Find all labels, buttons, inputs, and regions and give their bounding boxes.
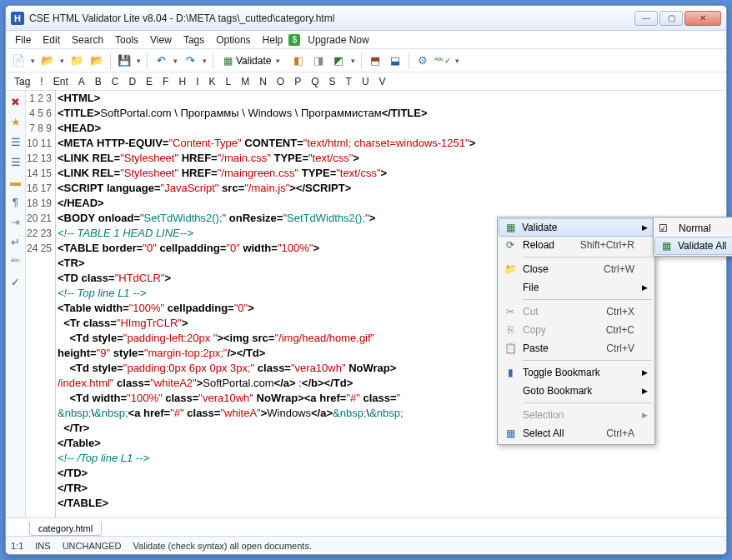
tagbar-item[interactable]: H <box>175 76 189 88</box>
tagbar-item[interactable]: P <box>291 76 304 88</box>
dropdown-icon[interactable]: ▾ <box>454 57 461 65</box>
dropdown-icon[interactable]: ▾ <box>201 57 208 65</box>
redo-icon[interactable]: ↷ <box>181 52 199 70</box>
indent-icon[interactable]: ⇥ <box>8 214 23 229</box>
tagbar-item[interactable]: E <box>143 76 156 88</box>
close-icon[interactable]: ✖ <box>8 94 23 109</box>
tagbar-item[interactable]: I <box>193 76 202 88</box>
check-icon[interactable]: ✓ <box>8 274 23 289</box>
submenu-arrow-icon: ▶ <box>642 283 648 292</box>
ctx-cut: ✂CutCtrl+X <box>499 302 653 321</box>
toolbar-main: 📄▾ 📂▾ 📁 📂 💾▾ ↶▾ ↷▾ ▦Validate▾ ◧ ◨ ◩▾ ⬒ ⬓… <box>6 49 726 72</box>
validate-button[interactable]: ▦Validate▾ <box>218 52 288 70</box>
open-file-icon[interactable]: 📂 <box>38 52 57 70</box>
bar-icon[interactable]: ▬ <box>8 174 23 189</box>
ctx-validate[interactable]: ▦ Validate▶ ☑Normal ▦Validate All <box>499 218 654 237</box>
tagbar-item[interactable]: S <box>326 76 339 88</box>
dropdown-icon[interactable]: ▾ <box>58 57 66 65</box>
star-icon[interactable]: ★ <box>8 114 23 129</box>
folder-icon[interactable]: 📁 <box>68 52 86 70</box>
menu-view[interactable]: View <box>144 32 178 48</box>
validate-all-icon: ▦ <box>659 240 674 252</box>
maximize-button[interactable]: ▢ <box>659 11 683 26</box>
ctx-copy: ⎘CopyCtrl+C <box>499 321 653 339</box>
menu-tools[interactable]: Tools <box>109 32 144 48</box>
list-icon[interactable]: ☰ <box>8 134 23 149</box>
tagbar-item[interactable]: T <box>343 76 355 88</box>
tagbar-item[interactable]: N <box>256 76 270 88</box>
check-icon: ☑ <box>659 222 668 234</box>
menu-file[interactable]: File <box>9 32 37 48</box>
submenu-arrow-icon: ▶ <box>642 411 648 419</box>
wrap-icon[interactable]: ↵ <box>8 234 23 249</box>
dropdown-icon[interactable]: ▾ <box>135 57 143 65</box>
tagbar-item[interactable]: A <box>75 76 88 88</box>
ctx-close[interactable]: 📁CloseCtrl+W <box>499 260 653 278</box>
tagbar-item[interactable]: C <box>108 76 123 88</box>
tool-icon[interactable]: ◨ <box>309 52 328 70</box>
minimize-button[interactable]: — <box>634 11 658 26</box>
status-insert: INS <box>35 541 50 551</box>
ctx-paste[interactable]: 📋PasteCtrl+V <box>499 339 653 358</box>
ctx-select-all[interactable]: ▦Select AllCtrl+A <box>499 424 653 442</box>
tool-icon[interactable]: ⬒ <box>366 52 384 70</box>
menu-help[interactable]: Help <box>257 32 289 48</box>
tagbar-item[interactable]: U <box>358 76 373 88</box>
ctx-goto-bookmark[interactable]: Goto Bookmark▶ <box>499 382 653 400</box>
menubar: File Edit Search Tools View Tags Options… <box>6 31 726 49</box>
select-all-icon: ▦ <box>503 428 518 439</box>
ctx-file[interactable]: File▶ <box>499 278 653 297</box>
folder-icon: 📁 <box>503 263 518 275</box>
menu-edit[interactable]: Edit <box>37 32 66 48</box>
tab-document[interactable]: category.html <box>29 522 102 536</box>
tagbar-item[interactable]: V <box>376 76 389 88</box>
validate-icon: ▦ <box>503 222 518 233</box>
tagbar-item[interactable]: F <box>159 76 172 88</box>
menu-search[interactable]: Search <box>66 32 109 48</box>
cut-icon: ✂ <box>503 306 518 318</box>
ctx-validate-all[interactable]: ▦Validate All <box>654 237 732 255</box>
tagbar-item[interactable]: K <box>205 76 218 88</box>
ctx-reload[interactable]: ⟳ReloadShift+Ctrl+R <box>499 236 653 254</box>
menu-tags[interactable]: Tags <box>178 32 210 48</box>
tagbar: Tag ! Ent A B C D E F H I K L M N O P Q … <box>6 72 726 91</box>
dropdown-icon[interactable]: ▾ <box>172 57 179 65</box>
dropdown-icon[interactable]: ▾ <box>349 57 357 65</box>
menu-options[interactable]: Options <box>210 32 256 48</box>
ctx-toggle-bookmark[interactable]: ▮Toggle Bookmark▶ <box>499 363 653 382</box>
tagbar-item[interactable]: O <box>273 76 288 88</box>
tool-icon[interactable]: ◧ <box>289 52 308 70</box>
tagbar-item[interactable]: Tag <box>11 76 33 88</box>
tagbar-item[interactable]: Ent <box>50 76 72 88</box>
undo-icon[interactable]: ↶ <box>152 52 170 70</box>
tagbar-item[interactable]: M <box>238 76 253 88</box>
status-message: Validate (check syntax) all open documen… <box>133 541 312 551</box>
status-position: 1:1 <box>11 541 23 551</box>
abc-check-icon[interactable]: ᴬᴮᶜ✓ <box>434 52 452 70</box>
tool-icon[interactable]: ⚙ <box>414 52 432 70</box>
close-button[interactable]: ✕ <box>684 11 721 26</box>
copy-icon: ⎘ <box>503 324 518 336</box>
ctx-normal[interactable]: ☑Normal <box>655 219 732 238</box>
titlebar: H CSE HTML Validator Lite v8.04 - D:\MET… <box>6 6 726 31</box>
validate-submenu: ☑Normal ▦Validate All <box>653 217 732 257</box>
save-icon[interactable]: 💾 <box>115 52 133 70</box>
tool-icon[interactable]: ⬓ <box>386 52 404 70</box>
context-menu: ▦ Validate▶ ☑Normal ▦Validate All ⟳Reloa… <box>497 217 655 445</box>
tool-icon[interactable]: ◩ <box>329 52 348 70</box>
abc-icon[interactable]: ᴬᴮᶜ <box>8 254 23 269</box>
menu-upgrade[interactable]: Upgrade Now <box>302 32 374 48</box>
list-icon[interactable]: ☰ <box>8 154 23 169</box>
tagbar-item[interactable]: Q <box>308 76 322 88</box>
folder-open-icon[interactable]: 📂 <box>88 52 106 70</box>
window-title: CSE HTML Validator Lite v8.04 - D:\META … <box>29 12 634 24</box>
tagbar-item[interactable]: L <box>222 76 234 88</box>
tagbar-item[interactable]: B <box>92 76 105 88</box>
new-file-icon[interactable]: 📄 <box>9 52 28 70</box>
pilcrow-icon[interactable]: ¶ <box>8 194 23 209</box>
document-tabs: category.html <box>6 518 726 536</box>
tagbar-item[interactable]: D <box>125 76 139 88</box>
dropdown-icon[interactable]: ▾ <box>29 57 37 65</box>
tagbar-item[interactable]: ! <box>37 76 46 88</box>
paste-icon: 📋 <box>503 342 518 354</box>
